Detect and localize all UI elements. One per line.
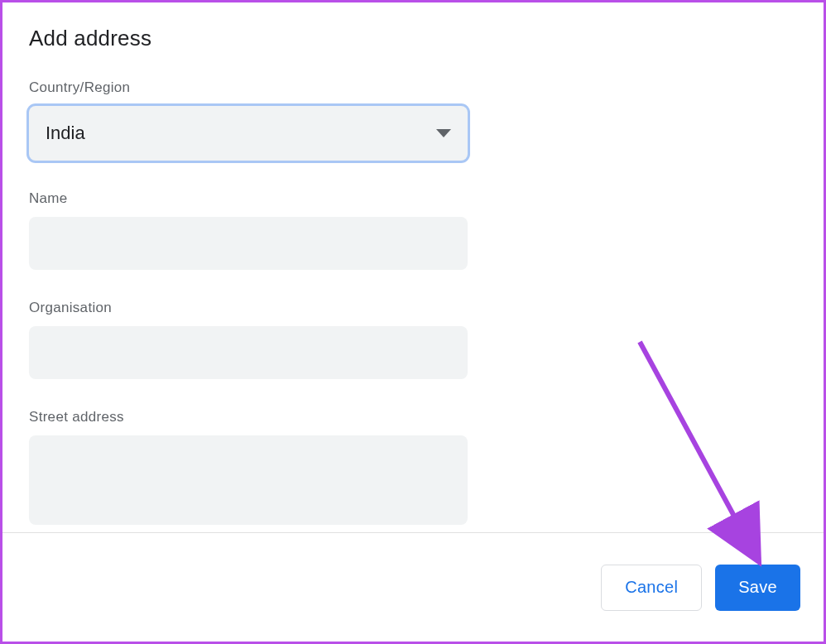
save-button[interactable]: Save: [715, 565, 800, 611]
dialog-content: Add address Country/Region India Name Or…: [2, 2, 824, 532]
country-value: India: [46, 123, 85, 144]
organisation-field[interactable]: [29, 326, 468, 379]
chevron-down-icon: [436, 129, 451, 137]
name-field[interactable]: [29, 217, 468, 270]
cancel-button[interactable]: Cancel: [601, 565, 702, 611]
country-select[interactable]: India: [29, 106, 468, 161]
dialog-frame: Add address Country/Region India Name Or…: [0, 0, 826, 644]
street-address-field[interactable]: [29, 435, 468, 525]
country-select-wrapper: India: [29, 106, 468, 161]
organisation-label: Organisation: [29, 300, 797, 316]
dialog-footer: Cancel Save: [2, 532, 824, 642]
dialog-title: Add address: [29, 26, 797, 51]
street-label: Street address: [29, 409, 797, 425]
name-label: Name: [29, 190, 797, 207]
country-label: Country/Region: [29, 79, 797, 96]
